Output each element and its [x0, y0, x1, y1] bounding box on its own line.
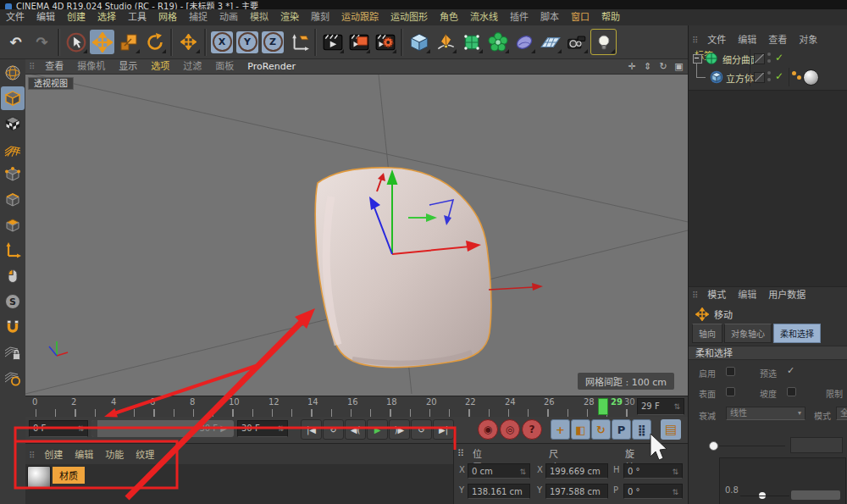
- object-manager-menu-item[interactable]: 查看: [762, 32, 793, 48]
- keyframe-button[interactable]: +: [551, 419, 570, 440]
- environment-floor-button[interactable]: [538, 30, 562, 54]
- object-manager-menu-item[interactable]: 对象: [793, 32, 823, 48]
- render-view-button[interactable]: [320, 30, 345, 54]
- attribute-tab[interactable]: 对象轴心: [724, 324, 772, 343]
- layer-square-icon[interactable]: [754, 53, 765, 64]
- record-button[interactable]: ?: [522, 419, 542, 440]
- enabled-check-icon[interactable]: ✓: [775, 70, 783, 82]
- polygons-mode-tool[interactable]: [1, 213, 25, 237]
- panel-drag-handle-icon[interactable]: ⠿: [25, 59, 38, 75]
- range-start-field[interactable]: 0 F⇅: [29, 420, 88, 437]
- y-axis-lock-button[interactable]: Y: [236, 31, 258, 53]
- menu-item[interactable]: 运动图形: [385, 9, 434, 25]
- panel-drag-handle-icon[interactable]: ⠿: [689, 288, 701, 303]
- undo-button[interactable]: ↶: [3, 30, 28, 54]
- viewport-menu-item[interactable]: 查看: [38, 59, 70, 75]
- viewport-menu-item[interactable]: 摄像机: [70, 59, 112, 75]
- spinner-icon[interactable]: ⇅: [277, 421, 284, 436]
- preview-range-slider[interactable]: 30 F ▶: [91, 420, 234, 437]
- record-button[interactable]: ◉: [478, 419, 498, 440]
- panel-drag-handle-icon[interactable]: ⠿: [25, 448, 38, 463]
- attribute-tab[interactable]: 轴向: [692, 324, 722, 343]
- menu-item[interactable]: 创建: [61, 9, 91, 25]
- move-tool[interactable]: [90, 30, 114, 54]
- strength-value-box[interactable]: [790, 437, 843, 453]
- rot-p-field[interactable]: 0 °⇅: [623, 484, 683, 499]
- magnet-snap-tool[interactable]: [1, 315, 25, 339]
- mode-dropdown[interactable]: 全部: [836, 407, 847, 420]
- pos-x-field[interactable]: 0 cm⇅: [468, 463, 530, 479]
- size-y-field[interactable]: 197.588 cm⇅: [545, 484, 608, 499]
- curve-scrollbar[interactable]: [791, 490, 840, 500]
- redo-button[interactable]: ↷: [30, 30, 54, 54]
- menu-item[interactable]: 雕刻: [305, 9, 335, 25]
- playback-button[interactable]: |◀: [301, 419, 322, 440]
- spinner-icon[interactable]: ⇅: [672, 464, 678, 479]
- deformer-button[interactable]: [512, 30, 536, 54]
- attribute-tab[interactable]: 柔和选择: [773, 324, 821, 343]
- playback-button[interactable]: ▶|: [433, 419, 454, 440]
- scale-tool[interactable]: [116, 30, 141, 54]
- model-mode-tool[interactable]: [1, 86, 25, 110]
- spline-pen-button[interactable]: [433, 30, 457, 54]
- spinner-icon[interactable]: ⇅: [77, 421, 84, 436]
- coordinate-system-button[interactable]: [286, 30, 311, 54]
- attribute-menu-item[interactable]: 模式: [701, 287, 732, 303]
- spinner-icon[interactable]: ⇅: [673, 399, 680, 414]
- keyframe-button[interactable]: ◧: [571, 419, 590, 440]
- material-name-label[interactable]: 材质: [53, 467, 85, 484]
- material-menu-item[interactable]: 创建: [38, 447, 69, 463]
- tree-row-subdivision-surface[interactable]: 细分曲面 ✓: [689, 49, 847, 68]
- rotate-view-icon[interactable]: ↻: [657, 59, 670, 75]
- timeline-playhead[interactable]: [598, 398, 608, 415]
- mograph-button[interactable]: [485, 30, 510, 54]
- menu-item[interactable]: 文件: [0, 9, 30, 25]
- menu-item[interactable]: 渲染: [274, 9, 305, 25]
- subdivision-surface-object-icon[interactable]: [705, 52, 718, 65]
- menu-item[interactable]: 捕捉: [183, 9, 213, 25]
- menu-item[interactable]: 窗口: [565, 9, 595, 25]
- visibility-dots-icon[interactable]: [767, 53, 772, 64]
- points-mode-tool[interactable]: [1, 163, 25, 186]
- tag-dot-icon[interactable]: [792, 71, 796, 75]
- make-editable-tool[interactable]: [1, 61, 25, 85]
- falloff-dropdown[interactable]: 线性▾: [726, 407, 805, 420]
- menu-item[interactable]: 动画: [213, 9, 244, 25]
- keyframe-button[interactable]: P: [612, 419, 631, 440]
- edges-mode-tool[interactable]: [1, 188, 25, 212]
- viewport-menu-item[interactable]: 显示: [112, 59, 144, 75]
- menu-item[interactable]: 编辑: [30, 9, 61, 25]
- viewport-menu-item[interactable]: 选项: [144, 59, 176, 75]
- zoom-view-icon[interactable]: ⇕: [641, 59, 654, 75]
- enable-axis-tool[interactable]: [1, 239, 25, 263]
- falloff-curve-widget[interactable]: 0.8: [719, 457, 846, 504]
- spinner-icon[interactable]: ⇅: [672, 485, 678, 500]
- workplane-mode-tool[interactable]: [1, 366, 25, 390]
- attribute-menu-item[interactable]: 编辑: [732, 287, 762, 303]
- tree-row-cube[interactable]: 立方体 ✓: [689, 68, 847, 86]
- pan-view-icon[interactable]: ✛: [626, 59, 639, 75]
- material-tag-icon[interactable]: [803, 69, 819, 86]
- strength-slider[interactable]: [709, 440, 785, 451]
- z-axis-lock-button[interactable]: Z: [262, 31, 284, 53]
- panel-drag-handle-icon[interactable]: ⠿: [454, 446, 468, 462]
- panel-drag-handle-icon[interactable]: ⠿: [689, 33, 701, 48]
- object-manager-menu-item[interactable]: 文件: [701, 32, 732, 48]
- viewport-menu-item[interactable]: ProRender: [241, 59, 302, 75]
- viewport-menu-item[interactable]: 过滤: [176, 59, 208, 75]
- material-menu-item[interactable]: 编辑: [69, 447, 99, 463]
- timeline-window-button[interactable]: ▤: [661, 419, 681, 440]
- playback-button[interactable]: ↺: [411, 419, 432, 440]
- camera-button[interactable]: [564, 30, 589, 54]
- spinner-icon[interactable]: ⇅: [519, 464, 526, 479]
- add-primitive-button[interactable]: [407, 30, 431, 54]
- enabled-check-icon[interactable]: ✓: [775, 52, 783, 64]
- current-frame-field[interactable]: 29 F⇅: [637, 398, 684, 415]
- viewport-menu-item[interactable]: 面板: [208, 59, 241, 75]
- subdivision-surface-button[interactable]: [459, 30, 484, 54]
- layer-square-icon[interactable]: [754, 72, 765, 83]
- menu-item[interactable]: 运动跟踪: [335, 9, 385, 25]
- attribute-menu-item[interactable]: 用户数据: [762, 287, 811, 303]
- size-x-field[interactable]: 199.669 cm⇅: [545, 463, 608, 479]
- menu-item[interactable]: 网格: [152, 9, 183, 25]
